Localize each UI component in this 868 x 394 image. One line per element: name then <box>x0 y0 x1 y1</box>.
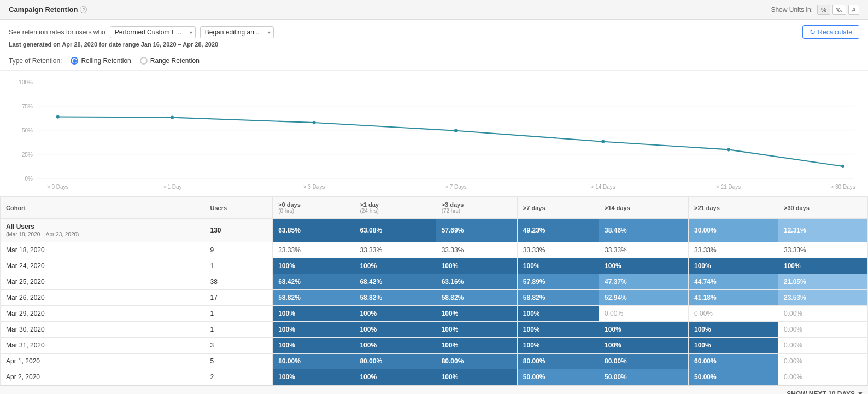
cell-value: 100% <box>273 322 354 338</box>
unit-btn-hash[interactable]: # <box>848 5 859 15</box>
cell-users: 1 <box>204 258 273 274</box>
refresh-icon: ↻ <box>810 28 816 36</box>
data-dot-7 <box>454 129 458 132</box>
cell-value: 58.82% <box>273 290 354 306</box>
cell-value: 52.94% <box>599 290 689 306</box>
x-label-7: > 7 Days <box>445 184 467 190</box>
cell-value: 50.00% <box>599 369 689 385</box>
retention-chart: 100% 75% 50% 25% 0% > 0 Days > 1 Day > 3… <box>9 76 859 191</box>
cell-value: 57.89% <box>517 274 599 290</box>
unit-btn-permille[interactable]: ‰ <box>832 5 846 15</box>
cohort-select[interactable]: Began editing an... Began any event <box>200 26 274 38</box>
x-label-0: > 0 Days <box>47 184 69 190</box>
x-label-21: > 21 Days <box>716 184 741 190</box>
range-retention-option[interactable]: Range Retention <box>140 57 200 65</box>
retention-table-container: Cohort Users >0 days (0 hrs) >1 day (24 … <box>0 196 868 394</box>
table-row: Mar 29, 20201100%100%100%100%0.00%0.00%0… <box>1 306 868 322</box>
cell-users: 9 <box>204 242 273 258</box>
cell-value: 0.00% <box>778 338 867 354</box>
top-bar: Campaign Retention ? Show Units in: % ‰ … <box>0 0 868 20</box>
show-next-label: SHOW NEXT 10 DAYS <box>787 390 855 394</box>
cell-users: 5 <box>204 354 273 369</box>
x-label-3: > 3 Days <box>303 184 325 190</box>
y-label-25: 25% <box>22 152 33 158</box>
cell-value: 100% <box>354 338 436 354</box>
show-next-button[interactable]: SHOW NEXT 10 DAYS ▼ <box>0 385 868 394</box>
cell-value: 58.82% <box>517 290 599 306</box>
cell-value: 100% <box>273 306 354 322</box>
col-30days: >30 days <box>778 197 867 219</box>
unit-toggle-group: % ‰ # <box>817 5 859 15</box>
table-header: Cohort Users >0 days (0 hrs) >1 day (24 … <box>1 197 868 219</box>
rolling-retention-option[interactable]: Rolling Retention <box>71 57 131 65</box>
recalculate-button[interactable]: ↻ Recalculate <box>802 25 859 39</box>
cell-value: 33.33% <box>436 242 517 258</box>
date-info-text: Last generated on Apr 28, 2020 for date … <box>9 41 139 48</box>
unit-btn-percent[interactable]: % <box>817 5 830 15</box>
cell-value: 60.00% <box>689 354 778 369</box>
cell-cohort: Mar 30, 2020 <box>1 322 204 338</box>
retention-type-label: Type of Retention: <box>9 57 62 65</box>
cell-value: 68.42% <box>273 274 354 290</box>
col-users: Users <box>204 197 273 219</box>
cell-users: 3 <box>204 338 273 354</box>
cell-value: 33.33% <box>517 242 599 258</box>
range-retention-radio[interactable] <box>140 57 148 65</box>
cell-value: 0.00% <box>778 322 867 338</box>
col-14days: >14 days <box>599 197 689 219</box>
event-select[interactable]: Performed Custom E... Performed any even… <box>110 26 196 38</box>
cell-cohort: All Users(Mar 18, 2020 – Apr 23, 2020) <box>1 219 204 242</box>
cell-value: 30.00% <box>689 219 778 242</box>
x-label-1: > 1 Day <box>163 184 182 190</box>
cell-value: 100% <box>599 338 689 354</box>
table-row: Mar 18, 2020933.33%33.33%33.33%33.33%33.… <box>1 242 868 258</box>
filter-row: See retention rates for users who Perfor… <box>9 25 859 39</box>
rolling-retention-radio[interactable] <box>71 57 78 65</box>
cell-users: 1 <box>204 306 273 322</box>
data-dot-14 <box>601 140 605 143</box>
cell-value: 0.00% <box>778 369 867 385</box>
cell-users: 130 <box>204 219 273 242</box>
data-dot-3 <box>313 121 316 124</box>
cell-value: 100% <box>354 306 436 322</box>
cell-users: 2 <box>204 369 273 385</box>
cell-value: 100% <box>436 322 517 338</box>
cell-value: 33.33% <box>778 242 867 258</box>
cell-value: 23.53% <box>778 290 867 306</box>
x-label-14: > 14 Days <box>591 184 615 190</box>
cell-value: 100% <box>599 322 689 338</box>
cell-value: 100% <box>436 258 517 274</box>
cell-value: 33.33% <box>354 242 436 258</box>
cell-users: 17 <box>204 290 273 306</box>
cell-value: 44.74% <box>689 274 778 290</box>
cell-value: 0.00% <box>778 306 867 322</box>
table-row: Mar 24, 20201100%100%100%100%100%100%100… <box>1 258 868 274</box>
x-label-30: > 30 Days <box>830 184 855 190</box>
rolling-retention-label: Rolling Retention <box>81 57 131 65</box>
cell-cohort: Mar 31, 2020 <box>1 338 204 354</box>
chevron-down-icon: ▼ <box>857 390 864 394</box>
table-row: Mar 25, 20203868.42%68.42%63.16%57.89%47… <box>1 274 868 290</box>
date-info: Last generated on Apr 28, 2020 for date … <box>9 41 859 48</box>
show-units-label: Show Units in: <box>771 6 813 14</box>
col-21days: >21 days <box>689 197 778 219</box>
cell-value: 80.00% <box>599 354 689 369</box>
cell-value: 100% <box>436 338 517 354</box>
cell-value: 100% <box>354 258 436 274</box>
cell-value: 100% <box>689 338 778 354</box>
cell-value: 100% <box>517 338 599 354</box>
cell-value: 68.42% <box>354 274 436 290</box>
cell-value: 0.00% <box>599 306 689 322</box>
cell-value: 100% <box>517 306 599 322</box>
cell-value: 63.16% <box>436 274 517 290</box>
data-dot-0 <box>56 115 60 118</box>
table-row: Mar 26, 20201758.82%58.82%58.82%58.82%52… <box>1 290 868 306</box>
cell-cohort: Mar 24, 2020 <box>1 258 204 274</box>
info-icon[interactable]: ? <box>80 6 87 13</box>
cell-value: 80.00% <box>436 354 517 369</box>
cell-cohort: Mar 29, 2020 <box>1 306 204 322</box>
event-select-wrapper: Performed Custom E... Performed any even… <box>110 26 196 38</box>
y-label-0: 0% <box>25 176 32 182</box>
cohort-select-wrapper: Began editing an... Began any event <box>200 26 274 38</box>
cell-value: 47.37% <box>599 274 689 290</box>
